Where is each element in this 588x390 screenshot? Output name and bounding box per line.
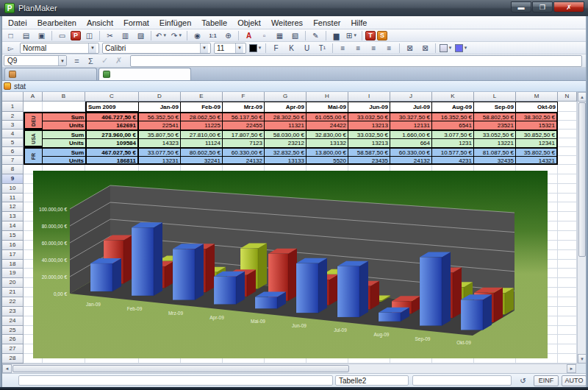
horizontal-scrollbar[interactable]: ◄ ► xyxy=(2,364,577,373)
value-cell[interactable]: 6541 xyxy=(432,121,474,130)
column-header-B[interactable]: B xyxy=(43,92,85,102)
menu-ansicht[interactable]: Ansicht xyxy=(82,18,118,28)
cell[interactable] xyxy=(558,269,577,278)
value-cell[interactable]: 80.602,50 € xyxy=(181,147,223,156)
value-cell[interactable]: 30.327,50 € xyxy=(390,112,432,121)
month-header-cell[interactable]: Sep-09 xyxy=(474,102,516,112)
row-header-1[interactable]: 1 xyxy=(2,102,24,112)
value-cell[interactable]: 24132 xyxy=(390,156,432,165)
cell[interactable] xyxy=(558,121,577,130)
autosum-icon[interactable]: Σ xyxy=(85,55,97,66)
menu-einfügen[interactable]: Einfügen xyxy=(154,18,196,28)
column-header-A[interactable]: A xyxy=(24,92,43,102)
value-cell[interactable]: 32.830,00 € xyxy=(306,130,348,138)
italic-icon[interactable]: K xyxy=(284,43,298,54)
month-header-cell[interactable]: Mai-09 xyxy=(306,102,348,112)
month-header-cell[interactable]: Jan-09 xyxy=(139,102,181,112)
value-cell[interactable]: 28.062,50 € xyxy=(181,112,223,121)
insert-mode-toggle[interactable]: EINF xyxy=(534,375,559,386)
select-all-corner[interactable] xyxy=(2,92,24,102)
value-cell[interactable]: 33.077,50 € xyxy=(139,147,181,156)
cell[interactable] xyxy=(558,147,577,156)
value-cell[interactable]: 24422 xyxy=(306,121,348,130)
value-cell[interactable]: 11225 xyxy=(181,121,223,130)
value-cell[interactable]: 13133 xyxy=(265,156,306,165)
hatching-icon[interactable]: ▧ xyxy=(288,30,302,41)
cell[interactable] xyxy=(558,354,577,364)
total-value-cell[interactable]: 186811 xyxy=(85,156,139,165)
align-left-icon[interactable]: ≡ xyxy=(336,43,350,54)
row-header-4[interactable]: 4 xyxy=(2,130,24,138)
row-header-15[interactable]: 15 xyxy=(2,231,24,241)
value-cell[interactable]: 56.352,50 € xyxy=(139,112,181,121)
value-cell[interactable]: 22541 xyxy=(139,121,181,130)
total-value-cell[interactable]: 109584 xyxy=(85,138,139,147)
country-label-FR[interactable]: FR xyxy=(24,147,43,165)
cancel-entry-icon[interactable]: ✗ xyxy=(112,55,125,66)
redo-icon[interactable]: ↷▼ xyxy=(170,30,184,41)
insert-chart-icon[interactable]: ▆ xyxy=(329,30,343,41)
value-cell[interactable]: 13132 xyxy=(306,138,348,147)
value-cell[interactable]: 13213 xyxy=(348,121,390,130)
value-cell[interactable]: 13231 xyxy=(139,156,181,165)
value-cell[interactable]: 12131 xyxy=(390,121,432,130)
column-header-F[interactable]: F xyxy=(223,92,265,102)
cell[interactable] xyxy=(558,212,577,221)
total-header-cell[interactable]: Sum 2009 xyxy=(85,102,139,112)
value-cell[interactable]: 15321 xyxy=(516,121,558,130)
value-cell[interactable]: 23521 xyxy=(474,121,516,130)
value-cell[interactable]: 81.087,50 € xyxy=(474,147,516,156)
column-header-K[interactable]: K xyxy=(432,92,474,102)
column-header-G[interactable]: G xyxy=(265,92,306,102)
month-header-cell[interactable]: Apr-09 xyxy=(265,102,306,112)
value-cell[interactable]: 32241 xyxy=(181,156,223,165)
row-header-8[interactable]: 8 xyxy=(2,165,24,174)
merge-cells-icon[interactable]: ⊠ xyxy=(403,43,417,54)
value-cell[interactable]: 13213 xyxy=(348,138,390,147)
row-header-25[interactable]: 25 xyxy=(2,326,24,336)
value-cell[interactable]: 7123 xyxy=(223,138,265,147)
value-cell[interactable]: 4231 xyxy=(432,156,474,165)
row-header-9[interactable]: 9 xyxy=(2,174,24,184)
format-painter-icon[interactable]: ✎ xyxy=(309,30,323,41)
value-cell[interactable]: 11124 xyxy=(181,138,223,147)
table-frame-icon[interactable]: ▦ xyxy=(273,30,287,41)
cell[interactable] xyxy=(558,156,577,165)
highlight-color-button[interactable]: ▼ xyxy=(454,43,468,54)
row-label-cell[interactable]: Sum xyxy=(43,112,85,121)
value-cell[interactable]: 32435 xyxy=(474,156,516,165)
country-label-USA[interactable]: USA xyxy=(24,130,43,147)
close-button[interactable]: ✗ xyxy=(553,1,584,13)
country-label-DEU[interactable]: DEU xyxy=(24,112,43,130)
cell[interactable] xyxy=(43,102,85,112)
row-header-14[interactable]: 14 xyxy=(2,221,24,231)
cell-reference-box[interactable]: Q9 ▼ xyxy=(4,55,67,66)
month-header-cell[interactable]: Jun-09 xyxy=(348,102,390,112)
value-cell[interactable]: 10.577,50 € xyxy=(432,147,474,156)
value-cell[interactable]: 1231 xyxy=(432,138,474,147)
value-cell[interactable]: 33.032,50 € xyxy=(348,130,390,138)
cell[interactable] xyxy=(558,194,577,203)
export-pdf-icon[interactable]: P xyxy=(71,31,81,40)
font-color-button[interactable]: ▼ xyxy=(248,43,262,54)
value-cell[interactable]: 14321 xyxy=(516,156,558,165)
cell[interactable] xyxy=(558,130,577,138)
document-tab-ashampoo[interactable] xyxy=(4,68,97,80)
row-header-3[interactable]: 3 xyxy=(2,121,24,130)
value-cell[interactable]: 17.807,50 € xyxy=(223,130,265,138)
cell[interactable] xyxy=(24,102,43,112)
row-header-21[interactable]: 21 xyxy=(2,288,24,297)
cell[interactable] xyxy=(558,112,577,121)
cell[interactable] xyxy=(558,231,577,241)
horizontal-scroll-thumb[interactable] xyxy=(12,365,349,372)
value-cell[interactable]: 61.055,00 € xyxy=(306,112,348,121)
cell-style-select[interactable]: Normal ▼ xyxy=(20,43,99,54)
month-header-cell[interactable]: Mrz-09 xyxy=(223,102,265,112)
row-header-20[interactable]: 20 xyxy=(2,278,24,288)
value-cell[interactable]: 3.077,50 € xyxy=(432,130,474,138)
row-header-12[interactable]: 12 xyxy=(2,202,24,212)
cell[interactable] xyxy=(558,307,577,316)
auto-mode-toggle[interactable]: AUTO xyxy=(562,375,587,386)
value-cell[interactable]: 35.802,50 € xyxy=(516,147,558,156)
value-cell[interactable]: 60.330,00 € xyxy=(223,147,265,156)
